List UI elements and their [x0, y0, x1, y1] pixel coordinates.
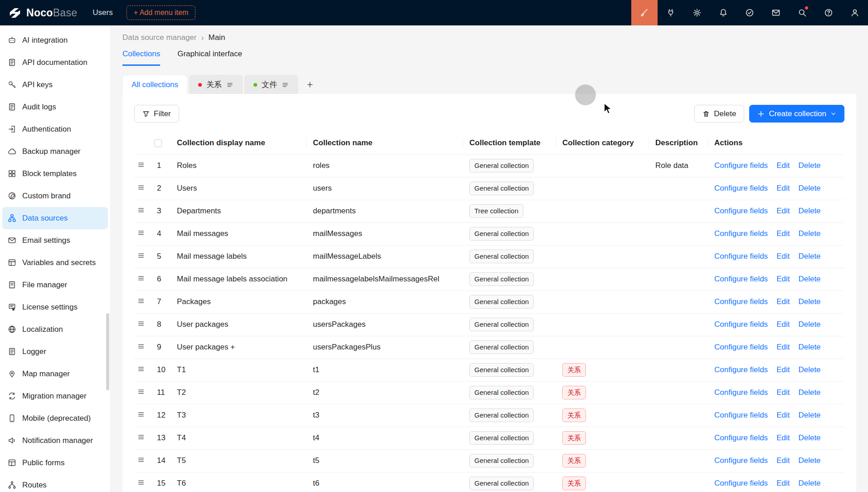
sidebar-item-api-keys[interactable]: API keys — [2, 74, 108, 96]
sidebar-item-migration-manager[interactable]: Migration manager — [2, 385, 108, 407]
sidebar-item-ai-integration[interactable]: AI integration — [2, 29, 108, 51]
sidebar-item-map-manager[interactable]: Map manager — [2, 363, 108, 385]
collection-tab-文件[interactable]: 文件 — [244, 75, 298, 94]
collection-tab-关系[interactable]: 关系 — [189, 75, 243, 94]
row-action-configure-fields[interactable]: Configure fields — [714, 479, 768, 487]
row-action-configure-fields[interactable]: Configure fields — [714, 343, 768, 351]
row-action-edit[interactable]: Edit — [776, 161, 790, 170]
help-question-nav-button[interactable] — [815, 0, 842, 25]
drag-handle-icon[interactable] — [137, 433, 145, 441]
sidebar-item-email-settings[interactable]: Email settings — [2, 229, 108, 251]
row-action-configure-fields[interactable]: Configure fields — [714, 297, 768, 306]
row-action-edit[interactable]: Edit — [776, 433, 790, 442]
tab-collections[interactable]: Collections — [122, 49, 160, 66]
sidebar-item-mobile-deprecated[interactable]: Mobile (deprecated) — [2, 407, 108, 429]
search-nav-button[interactable] — [789, 0, 815, 25]
row-action-configure-fields[interactable]: Configure fields — [714, 184, 768, 192]
add-menu-item-button[interactable]: + Add menu item — [127, 5, 196, 20]
row-action-edit[interactable]: Edit — [776, 275, 790, 283]
row-action-configure-fields[interactable]: Configure fields — [714, 365, 768, 374]
row-action-delete[interactable]: Delete — [798, 343, 820, 351]
row-action-delete[interactable]: Delete — [798, 161, 820, 170]
user-profile-nav-button[interactable] — [842, 0, 868, 25]
sidebar-item-file-manager[interactable]: File manager — [2, 274, 108, 296]
row-action-edit[interactable]: Edit — [776, 388, 790, 397]
notification-bell-nav-button[interactable] — [710, 0, 736, 25]
drag-handle-icon[interactable] — [137, 297, 145, 305]
row-action-edit[interactable]: Edit — [776, 456, 790, 465]
row-action-delete[interactable]: Delete — [798, 433, 820, 442]
row-action-configure-fields[interactable]: Configure fields — [714, 456, 768, 465]
row-action-edit[interactable]: Edit — [776, 229, 790, 238]
designer-brush-nav-button[interactable] — [631, 0, 658, 25]
row-action-edit[interactable]: Edit — [776, 343, 790, 351]
create-collection-button[interactable]: Create collection — [749, 105, 844, 123]
sidebar-item-license-settings[interactable]: License settings — [2, 296, 108, 318]
sidebar-item-custom-brand[interactable]: Custom brand — [2, 185, 108, 207]
settings-gear-nav-button[interactable] — [684, 0, 710, 25]
row-action-configure-fields[interactable]: Configure fields — [714, 388, 768, 397]
row-action-delete[interactable]: Delete — [798, 184, 820, 192]
row-action-configure-fields[interactable]: Configure fields — [714, 320, 768, 329]
row-action-delete[interactable]: Delete — [798, 365, 820, 374]
row-action-edit[interactable]: Edit — [776, 252, 790, 261]
sidebar-item-backup-manager[interactable]: Backup manager — [2, 140, 108, 162]
sidebar-item-data-sources[interactable]: Data sources — [2, 207, 108, 229]
row-action-edit[interactable]: Edit — [776, 479, 790, 487]
tab-graphical-interface[interactable]: Graphical interface — [177, 49, 242, 66]
row-action-delete[interactable]: Delete — [798, 479, 820, 487]
add-collection-tab-button[interactable] — [300, 75, 320, 94]
row-action-configure-fields[interactable]: Configure fields — [714, 433, 768, 442]
row-action-configure-fields[interactable]: Configure fields — [714, 207, 768, 215]
delete-button[interactable]: Delete — [694, 105, 744, 123]
nav-menu-users[interactable]: Users — [93, 8, 112, 17]
drag-handle-icon[interactable] — [137, 183, 145, 192]
row-action-delete[interactable]: Delete — [798, 252, 820, 261]
sidebar-item-variables-and-secrets[interactable]: Variables and secrets — [2, 251, 108, 274]
row-action-delete[interactable]: Delete — [798, 207, 820, 215]
row-action-edit[interactable]: Edit — [776, 411, 790, 419]
mail-nav-button[interactable] — [763, 0, 789, 25]
collection-tab-all-collections[interactable]: All collections — [122, 75, 187, 94]
row-action-configure-fields[interactable]: Configure fields — [714, 275, 768, 283]
row-action-edit[interactable]: Edit — [776, 184, 790, 192]
tab-menu-icon[interactable] — [282, 81, 289, 89]
row-action-edit[interactable]: Edit — [776, 320, 790, 329]
sidebar-item-logger[interactable]: Logger — [2, 340, 108, 363]
drag-handle-icon[interactable] — [137, 365, 145, 373]
sidebar-item-api-documentation[interactable]: API documentation — [2, 51, 108, 74]
filter-button[interactable]: Filter — [134, 105, 179, 123]
sidebar-item-block-templates[interactable]: Block templates — [2, 162, 108, 185]
row-action-edit[interactable]: Edit — [776, 365, 790, 374]
sidebar-item-localization[interactable]: Localization — [2, 318, 108, 340]
sidebar-item-audit-logs[interactable]: Audit logs — [2, 96, 108, 118]
plugin-nav-button[interactable] — [658, 0, 684, 25]
drag-handle-icon[interactable] — [137, 388, 145, 396]
row-action-delete[interactable]: Delete — [798, 411, 820, 419]
sidebar-item-authentication[interactable]: Authentication — [2, 118, 108, 140]
drag-handle-icon[interactable] — [137, 251, 145, 260]
drag-handle-icon[interactable] — [137, 456, 145, 464]
row-action-delete[interactable]: Delete — [798, 320, 820, 329]
select-all-checkbox[interactable] — [154, 139, 162, 147]
tab-menu-icon[interactable] — [226, 81, 234, 89]
sidebar-scrollbar[interactable] — [106, 313, 109, 390]
task-check-nav-button[interactable] — [736, 0, 763, 25]
row-action-configure-fields[interactable]: Configure fields — [714, 411, 768, 419]
drag-handle-icon[interactable] — [137, 342, 145, 350]
breadcrumb-data-source-manager[interactable]: Data source manager — [122, 33, 196, 42]
row-action-delete[interactable]: Delete — [798, 297, 820, 306]
nocobase-logo[interactable]: NocoBase — [8, 6, 77, 20]
row-action-delete[interactable]: Delete — [798, 275, 820, 283]
drag-handle-icon[interactable] — [137, 229, 145, 237]
row-action-configure-fields[interactable]: Configure fields — [714, 229, 768, 238]
row-action-delete[interactable]: Delete — [798, 456, 820, 465]
drag-handle-icon[interactable] — [137, 161, 145, 169]
row-action-edit[interactable]: Edit — [776, 297, 790, 306]
sidebar-item-notification-manager[interactable]: Notification manager — [2, 429, 108, 452]
drag-handle-icon[interactable] — [137, 478, 145, 487]
drag-handle-icon[interactable] — [137, 206, 145, 214]
drag-handle-icon[interactable] — [137, 274, 145, 282]
row-action-delete[interactable]: Delete — [798, 229, 820, 238]
row-action-configure-fields[interactable]: Configure fields — [714, 252, 768, 261]
